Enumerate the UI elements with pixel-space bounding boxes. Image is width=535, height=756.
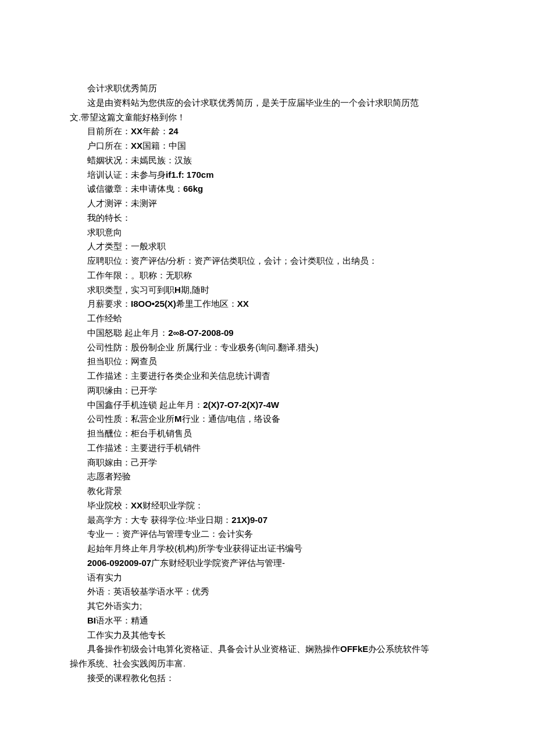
bold-text: I8OO•25(X) [131, 299, 176, 309]
text-line: 商职嫁由：己开学 [70, 456, 465, 470]
plain-text: 人才类型：一般求职 [87, 241, 166, 251]
bold-text: XX [131, 126, 142, 136]
text-line: 担当职位：网查员 [70, 354, 465, 369]
plain-text: 月薪要求： [87, 299, 131, 309]
plain-text: 会计求职优秀简历 [87, 83, 157, 93]
text-line: 语有实力 [70, 571, 465, 585]
plain-text: 办公系统软件等 [368, 644, 429, 654]
plain-text: 应聘职位：资产评估/分析：资产评估类职位，会计；会计类职位，出纳员： [87, 256, 377, 266]
plain-text: 公司性质：私营企业所 [87, 414, 174, 424]
plain-text: 文.带望这篇文童能好格到你！ [70, 112, 186, 122]
text-line: 会计求职优秀简历 [70, 81, 465, 96]
text-line: 操作系统、社会实践阅历丰富. [70, 657, 465, 671]
text-line: 这是由资料站为您供应的会计求联优秀简历，是关于应届毕业生的一个会计求职简历范 [70, 96, 465, 110]
text-line: 志愿者羟验 [70, 470, 465, 484]
plain-text: 具备操作初级会计电算化资格证、具备会计从业资格证、娴熟操作 [87, 644, 340, 654]
plain-text: 工作年限：。职称：无职称 [87, 270, 192, 280]
bold-text: H [174, 285, 181, 295]
plain-text: 语水平：精通 [96, 615, 148, 625]
plain-text: 工作实力及其他专长 [87, 630, 166, 640]
plain-text: 户口所在： [87, 141, 131, 151]
plain-text: 教化背景 [87, 486, 122, 496]
text-line: 应聘职位：资产评估/分析：资产评估类职位，会计；会计类职位，出纳员： [70, 254, 465, 268]
text-line: 户口所在：XX国籍：中国 [70, 139, 465, 153]
bold-text: M [174, 414, 182, 424]
text-line: 中国怒聪 起止年月：2∞8-O7-2008-09 [70, 326, 465, 341]
plain-text: 外语：英语较基学语水平：优秀 [87, 586, 209, 596]
bold-text: 2006-092009-07 [87, 558, 151, 568]
text-line: 工作经蛤 [70, 311, 465, 326]
document-page: 会计求职优秀简历这是由资料站为您供应的会计求联优秀简历，是关于应届毕业生的一个会… [0, 0, 535, 756]
plain-text: 两职缘由：已开学 [87, 385, 157, 395]
plain-text: 求职意向 [87, 227, 122, 237]
plain-text: 培训认证：未参与身 [87, 170, 166, 180]
text-line: 人才类型：一般求职 [70, 239, 465, 254]
plain-text: 操作系统、社会实践阅历丰富. [70, 658, 186, 668]
plain-text: 毕业院校： [87, 500, 131, 510]
text-line: 担当醺位：柜台手机销售员 [70, 427, 465, 441]
plain-text: 公司性防：股份制企业 所属行业：专业极务(询问.翻译.猎头) [87, 342, 319, 352]
plain-text: 商职嫁由：己开学 [87, 457, 157, 467]
plain-text: 中国怒聪 起止年月： [87, 328, 168, 338]
bold-text: XX [237, 299, 249, 309]
plain-text: 最高学方：大专 获得学位:毕业日期： [87, 515, 231, 525]
text-line: 起始年月终止年月学校(机构)所学专业获得证出证书编号 [70, 542, 465, 556]
text-line: 培训认证：未参与身if1.f: 170cm [70, 168, 465, 182]
plain-text: 专业一：资产评估与管理专业二：会计实务 [87, 529, 253, 539]
plain-text: 期,随时 [181, 285, 209, 295]
text-line: 工作年限：。职称：无职称 [70, 268, 465, 283]
text-line: 专业一：资产评估与管理专业二：会计实务 [70, 527, 465, 542]
plain-text: 其它外语实力; [87, 601, 142, 611]
text-line: 2006-092009-07广东财经职业学院资产评估与管理- [70, 556, 465, 571]
text-line: 工作描述：主要进行各类企业和关信息统计调杳 [70, 369, 465, 384]
text-line: 其它外语实力; [70, 599, 465, 614]
plain-text: 起始年月终止年月学校(机构)所学专业获得证出证书编号 [87, 543, 302, 553]
plain-text: 目前所在： [87, 126, 131, 136]
text-line: 工作描述：主要进行手机销件 [70, 441, 465, 456]
plain-text: 工作描述：主要进行手机销件 [87, 443, 201, 453]
text-line: 两职缘由：已开学 [70, 384, 465, 398]
plain-text: 人才测评：未测评 [87, 198, 157, 208]
text-line: 求职意向 [70, 225, 465, 240]
plain-text: 这是由资料站为您供应的会计求联优秀简历，是关于应届毕业生的一个会计求职简历范 [87, 98, 419, 108]
text-line: BI语水平：精通 [70, 614, 465, 628]
plain-text: 语有实力 [87, 572, 122, 582]
plain-text: 我的特长： [87, 213, 131, 223]
bold-text: 2∞8-O7-2008-09 [168, 328, 233, 338]
text-line: 中国鑫仔手机连锁 起止年月：2(X)7-O7-2(X)7-4W [70, 398, 465, 413]
text-line: 蜡姻状况：未嫣民族：汉族 [70, 153, 465, 168]
text-line: 教化背景 [70, 484, 465, 499]
plain-text: 年龄： [142, 126, 169, 136]
plain-text: 工作描述：主要进行各类企业和关信息统计调杳 [87, 371, 270, 381]
plain-text: 志愿者羟验 [87, 471, 131, 481]
text-line: 求职类型，实习可到职H期,随时 [70, 283, 465, 298]
text-line: 人才测评：未测评 [70, 196, 465, 211]
bold-text: BI [87, 615, 96, 625]
text-line: 具备操作初级会计电算化资格证、具备会计从业资格证、娴熟操作OFFkE办公系统软件… [70, 642, 465, 657]
text-line: 诚信徽章：未申请体曳：66kg [70, 182, 465, 196]
plain-text: 行业：通信/电信，络设备 [182, 414, 280, 424]
plain-text: 诚信徽章：未申请体曳： [87, 184, 183, 194]
plain-text: 中国鑫仔手机连锁 起止年月： [87, 400, 203, 410]
bold-text: OFFkE [340, 644, 368, 654]
text-line: 接受的课程教化包括： [70, 671, 465, 686]
plain-text: 担当职位：网查员 [87, 356, 157, 366]
text-line: 外语：英语较基学语水平：优秀 [70, 585, 465, 599]
plain-text: 接受的课程教化包括： [87, 673, 174, 683]
bold-text: 2(X)7-O7-2(X)7-4W [203, 400, 279, 410]
text-line: 我的特长： [70, 211, 465, 225]
plain-text: 国籍：中国 [142, 141, 186, 151]
plain-text: 担当醺位：柜台手机销售员 [87, 428, 192, 438]
bold-text: 21X)9-07 [231, 515, 268, 525]
text-line: 最高学方：大专 获得学位:毕业日期：21X)9-07 [70, 513, 465, 528]
bold-text: if1.f: 170cm [166, 170, 214, 180]
text-line: 公司性质：私营企业所M行业：通信/电信，络设备 [70, 412, 465, 427]
text-line: 月薪要求：I8OO•25(X)希里工作地区：XX [70, 297, 465, 311]
bold-text: 24 [169, 126, 179, 136]
plain-text: 希里工作地区： [176, 299, 237, 309]
text-line: 目前所在：XX年龄：24 [70, 124, 465, 139]
plain-text: 求职类型，实习可到职 [87, 285, 174, 295]
bold-text: XX [131, 141, 142, 151]
text-line: 公司性防：股份制企业 所属行业：专业极务(询问.翻译.猎头) [70, 341, 465, 355]
text-line: 工作实力及其他专长 [70, 628, 465, 643]
